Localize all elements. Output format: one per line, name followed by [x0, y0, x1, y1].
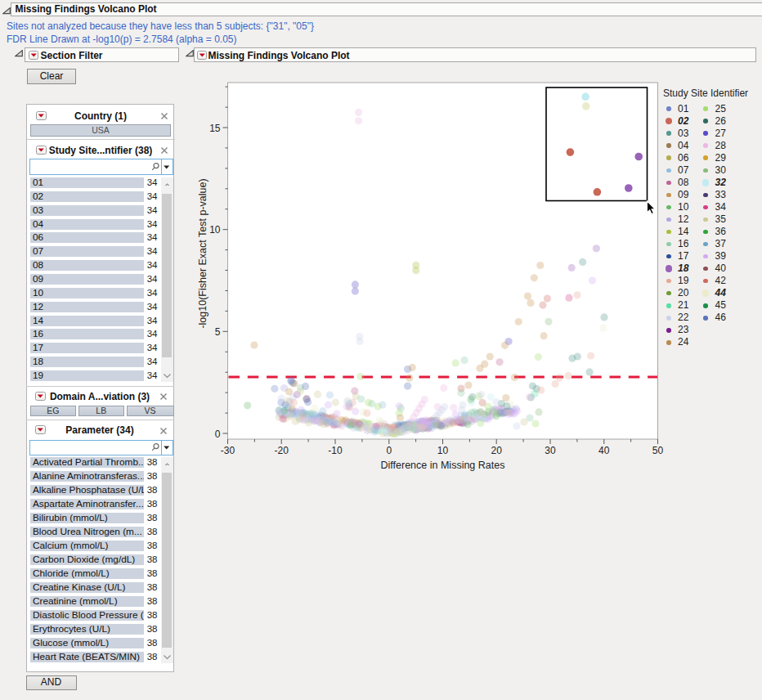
svg-text:15: 15: [209, 123, 221, 134]
svg-text:5: 5: [215, 326, 221, 338]
svg-text:20: 20: [491, 445, 503, 456]
svg-text:10: 10: [209, 224, 221, 236]
svg-text:-log10(Fisher Exact Test p-val: -log10(Fisher Exact Test p-value): [197, 178, 208, 328]
svg-text:10: 10: [437, 445, 449, 456]
svg-text:50: 50: [652, 445, 664, 456]
svg-text:40: 40: [598, 445, 610, 456]
svg-text:-20: -20: [275, 445, 289, 456]
svg-text:Difference in Missing Rates: Difference in Missing Rates: [381, 460, 505, 471]
svg-text:0: 0: [215, 429, 221, 440]
svg-text:-10: -10: [328, 445, 343, 456]
svg-text:-30: -30: [221, 445, 235, 456]
svg-text:30: 30: [545, 445, 556, 456]
svg-text:0: 0: [386, 445, 392, 456]
